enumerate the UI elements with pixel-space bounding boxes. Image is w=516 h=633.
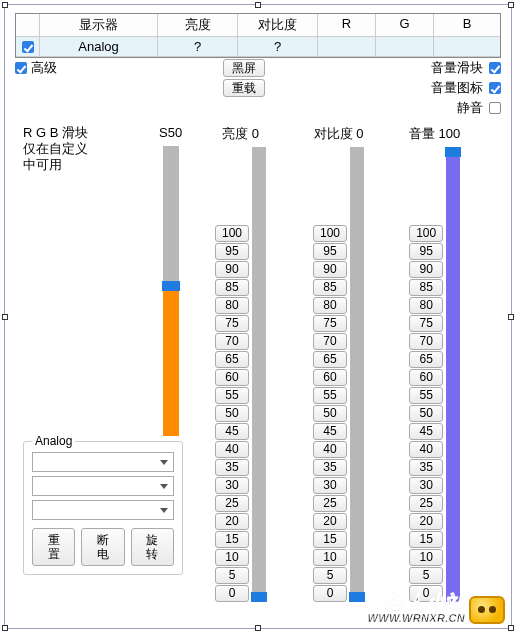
resize-handle[interactable]: [2, 625, 8, 631]
rgb-note-line: 中可用: [23, 157, 88, 173]
step-button-15[interactable]: 15: [313, 531, 347, 548]
step-button-55[interactable]: 55: [215, 387, 249, 404]
checkbox-icon[interactable]: [15, 62, 27, 74]
resize-handle[interactable]: [255, 625, 261, 631]
step-button-25[interactable]: 25: [215, 495, 249, 512]
step-button-35[interactable]: 35: [313, 459, 347, 476]
contrast-thumb[interactable]: [349, 592, 365, 602]
step-button-45[interactable]: 45: [215, 423, 249, 440]
table-row[interactable]: Analog ? ?: [16, 37, 500, 57]
step-button-30[interactable]: 30: [313, 477, 347, 494]
contrast-slider[interactable]: [350, 147, 364, 602]
mute-option[interactable]: 静音: [457, 99, 501, 117]
volume-slider[interactable]: [446, 147, 460, 602]
step-button-75[interactable]: 75: [409, 315, 443, 332]
step-button-65[interactable]: 65: [313, 351, 347, 368]
step-button-80[interactable]: 80: [409, 297, 443, 314]
step-button-80[interactable]: 80: [215, 297, 249, 314]
rotate-button[interactable]: 旋转: [131, 528, 174, 566]
step-button-90[interactable]: 90: [313, 261, 347, 278]
step-button-0[interactable]: 0: [313, 585, 347, 602]
step-button-65[interactable]: 65: [215, 351, 249, 368]
step-button-95[interactable]: 95: [313, 243, 347, 260]
option-label: 音量图标: [431, 79, 483, 97]
step-button-45[interactable]: 45: [313, 423, 347, 440]
step-button-80[interactable]: 80: [313, 297, 347, 314]
step-button-0[interactable]: 0: [215, 585, 249, 602]
step-button-15[interactable]: 15: [409, 531, 443, 548]
step-button-35[interactable]: 35: [409, 459, 443, 476]
step-button-60[interactable]: 60: [313, 369, 347, 386]
volume-slider-option[interactable]: 音量滑块: [431, 59, 501, 77]
step-button-75[interactable]: 75: [215, 315, 249, 332]
step-button-15[interactable]: 15: [215, 531, 249, 548]
checkbox-icon[interactable]: [489, 102, 501, 114]
step-button-45[interactable]: 45: [409, 423, 443, 440]
step-button-20[interactable]: 20: [409, 513, 443, 530]
step-button-30[interactable]: 30: [215, 477, 249, 494]
step-button-5[interactable]: 5: [313, 567, 347, 584]
step-button-50[interactable]: 50: [313, 405, 347, 422]
resize-handle[interactable]: [508, 314, 514, 320]
resize-handle[interactable]: [2, 2, 8, 8]
analog-combo-2[interactable]: [32, 476, 174, 496]
s50-slider[interactable]: [163, 146, 179, 436]
step-button-20[interactable]: 20: [215, 513, 249, 530]
step-button-90[interactable]: 90: [409, 261, 443, 278]
step-button-55[interactable]: 55: [409, 387, 443, 404]
analog-combo-3[interactable]: [32, 500, 174, 520]
step-button-95[interactable]: 95: [409, 243, 443, 260]
step-button-50[interactable]: 50: [215, 405, 249, 422]
step-button-85[interactable]: 85: [313, 279, 347, 296]
checkbox-icon[interactable]: [489, 62, 501, 74]
step-button-40[interactable]: 40: [313, 441, 347, 458]
row-checkbox-cell[interactable]: [16, 37, 40, 57]
step-button-10[interactable]: 10: [409, 549, 443, 566]
step-button-5[interactable]: 5: [215, 567, 249, 584]
step-button-60[interactable]: 60: [215, 369, 249, 386]
step-button-10[interactable]: 10: [215, 549, 249, 566]
checkbox-icon[interactable]: [22, 41, 34, 53]
step-button-25[interactable]: 25: [409, 495, 443, 512]
step-button-30[interactable]: 30: [409, 477, 443, 494]
step-button-75[interactable]: 75: [313, 315, 347, 332]
step-button-40[interactable]: 40: [409, 441, 443, 458]
step-button-70[interactable]: 70: [409, 333, 443, 350]
step-button-60[interactable]: 60: [409, 369, 443, 386]
brightness-thumb[interactable]: [251, 592, 267, 602]
checkbox-icon[interactable]: [489, 82, 501, 94]
step-button-40[interactable]: 40: [215, 441, 249, 458]
step-button-95[interactable]: 95: [215, 243, 249, 260]
step-button-25[interactable]: 25: [313, 495, 347, 512]
step-button-70[interactable]: 70: [313, 333, 347, 350]
black-screen-button[interactable]: 黑屏: [223, 59, 265, 77]
step-button-85[interactable]: 85: [409, 279, 443, 296]
resize-handle[interactable]: [508, 625, 514, 631]
step-button-5[interactable]: 5: [409, 567, 443, 584]
step-button-85[interactable]: 85: [215, 279, 249, 296]
advanced-toggle[interactable]: 高级: [15, 59, 57, 77]
step-button-20[interactable]: 20: [313, 513, 347, 530]
reload-button[interactable]: 重载: [223, 79, 265, 97]
step-button-10[interactable]: 10: [313, 549, 347, 566]
step-button-100[interactable]: 100: [215, 225, 249, 242]
step-button-90[interactable]: 90: [215, 261, 249, 278]
step-button-55[interactable]: 55: [313, 387, 347, 404]
step-button-70[interactable]: 70: [215, 333, 249, 350]
volume-thumb[interactable]: [445, 147, 461, 157]
step-button-50[interactable]: 50: [409, 405, 443, 422]
step-button-0[interactable]: 0: [409, 585, 443, 602]
step-button-65[interactable]: 65: [409, 351, 443, 368]
analog-combo-1[interactable]: [32, 452, 174, 472]
s50-thumb[interactable]: [162, 281, 180, 291]
resize-handle[interactable]: [508, 2, 514, 8]
step-button-100[interactable]: 100: [313, 225, 347, 242]
step-button-100[interactable]: 100: [409, 225, 443, 242]
brightness-slider[interactable]: [252, 147, 266, 602]
reset-button[interactable]: 重置: [32, 528, 75, 566]
resize-handle[interactable]: [2, 314, 8, 320]
step-button-35[interactable]: 35: [215, 459, 249, 476]
resize-handle[interactable]: [255, 2, 261, 8]
power-button[interactable]: 断电: [81, 528, 124, 566]
volume-icon-option[interactable]: 音量图标: [431, 79, 501, 97]
